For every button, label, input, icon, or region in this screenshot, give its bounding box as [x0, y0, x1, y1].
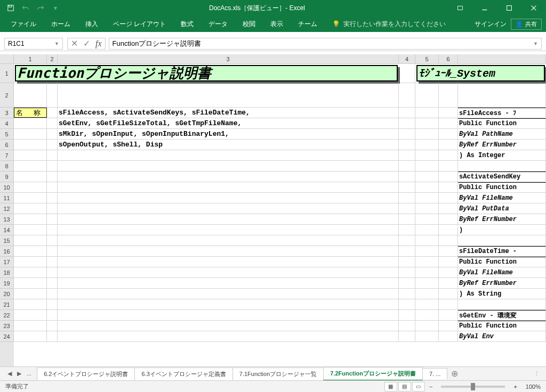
cell[interactable]: ByRef ErrNumber — [458, 214, 546, 224]
cell[interactable]: ByVal PutData — [458, 203, 546, 214]
chevron-down-icon[interactable]: ▼ — [54, 41, 59, 46]
add-sheet-icon[interactable]: ⊕ — [447, 368, 462, 380]
row-header[interactable]: 11 — [0, 193, 14, 203]
row-header[interactable]: 2 — [0, 83, 14, 108]
row-header[interactable]: 15 — [0, 235, 14, 246]
col-header[interactable]: 3 — [58, 54, 399, 63]
row-header[interactable]: 24 — [0, 331, 14, 342]
view-normal-icon[interactable]: ▦ — [384, 382, 397, 391]
col-header[interactable]: 1 — [14, 54, 47, 63]
cell[interactable]: Public Function — [458, 321, 546, 331]
maximize-icon[interactable] — [497, 0, 521, 16]
tab-review[interactable]: 校閲 — [236, 18, 262, 31]
module-title-cell[interactable]: ﾓｼﾞｭｰﾙ_System — [416, 65, 545, 81]
row-header[interactable]: 4 — [0, 118, 14, 129]
row-header[interactable]: 8 — [0, 161, 14, 172]
name-box[interactable]: R1C1 ▼ — [4, 38, 63, 50]
expand-formula-icon[interactable]: ▼ — [533, 41, 538, 46]
formula-input[interactable]: Functionプロシージャ説明書 ▼ — [109, 38, 542, 50]
signin-link[interactable]: サインイン — [475, 20, 507, 29]
row-header[interactable]: 16 — [0, 246, 14, 257]
row-header[interactable]: 7 — [0, 150, 14, 161]
row-header[interactable]: 1 — [0, 64, 14, 83]
cell[interactable]: sFileAccess, sActivateSendKeys, sFileDat… — [58, 108, 399, 118]
cell[interactable]: Public Function — [458, 182, 546, 192]
row-header[interactable]: 3 — [0, 108, 14, 118]
tab-nav-next-icon[interactable]: ▶ — [15, 369, 23, 378]
row-header[interactable]: 22 — [0, 310, 14, 321]
row-header[interactable]: 13 — [0, 214, 14, 225]
zoom-slider[interactable] — [441, 386, 505, 388]
cell[interactable]: ByVal PathName — [458, 129, 546, 139]
view-page-layout-icon[interactable]: ▤ — [398, 382, 411, 391]
cancel-formula-icon[interactable]: ✕ — [71, 38, 78, 48]
tab-view[interactable]: 表示 — [264, 18, 290, 31]
sheet-tab[interactable]: 7. ... — [422, 368, 447, 379]
tab-formulas[interactable]: 数式 — [174, 18, 200, 31]
accept-formula-icon[interactable]: ✓ — [83, 38, 90, 48]
fx-icon[interactable]: fx — [95, 39, 102, 48]
cell[interactable]: ByRef ErrNumber — [458, 278, 546, 288]
ribbon-display-icon[interactable] — [448, 0, 472, 16]
cell[interactable]: ) — [458, 225, 546, 235]
cell[interactable]: ByVal FileName — [458, 193, 546, 203]
col-header[interactable]: 6 — [439, 54, 458, 63]
sheet-tab[interactable]: 7.1Functionプロシージャ一覧 — [232, 368, 324, 380]
row-header[interactable]: 20 — [0, 289, 14, 299]
name-header-cell[interactable]: 名 称 — [14, 108, 47, 118]
tell-me-search[interactable]: 💡 実行したい作業を入力してください — [326, 18, 472, 31]
tab-nav-ellipsis[interactable]: ... — [25, 369, 34, 378]
zoom-thumb[interactable] — [471, 383, 475, 390]
main-title-cell[interactable]: Functionプロシージャ説明書 — [15, 65, 398, 81]
cell[interactable]: ByVal FileName — [458, 267, 546, 277]
cell[interactable]: sFileDateTime - — [458, 246, 546, 256]
redo-icon[interactable] — [34, 2, 47, 14]
cell[interactable]: Public Function — [458, 257, 546, 267]
row-header[interactable]: 21 — [0, 299, 14, 310]
tab-file[interactable]: ファイル — [4, 18, 43, 31]
cell[interactable]: ) As String — [458, 289, 546, 299]
sheet-tab-active[interactable]: 7.2Functionプロシージャ説明書 — [323, 367, 423, 381]
tab-insert[interactable]: 挿入 — [79, 18, 105, 31]
cell[interactable]: sGetEnv, sGetFileSizeTotal, sGetTmpFileN… — [58, 118, 399, 128]
tab-menu-icon[interactable]: ⋮ — [529, 370, 544, 377]
col-header[interactable]: 5 — [415, 54, 439, 63]
share-button[interactable]: 👤 共有 — [511, 19, 542, 30]
row-header[interactable]: 14 — [0, 225, 14, 235]
row-header[interactable]: 6 — [0, 140, 14, 150]
tab-team[interactable]: チーム — [292, 18, 324, 31]
cell[interactable]: ) As Integer — [458, 150, 546, 160]
row-header[interactable]: 12 — [0, 203, 14, 214]
zoom-level[interactable]: 100% — [521, 383, 541, 390]
sheet-tab[interactable]: 6.2イベントプロシージャ説明書 — [37, 368, 135, 380]
cell[interactable]: sMkDir, sOpenInput, sOpenInputBinaryLen1… — [58, 129, 399, 139]
spreadsheet-grid[interactable]: 1 2 3 4 5 6 1 2 3 4 5 6 7 8 9 10 11 12 1… — [0, 54, 546, 366]
cell[interactable]: ByRef ErrNumber — [458, 140, 546, 150]
sheet-tab[interactable]: 6.3イベントプロシージャ定義書 — [134, 368, 232, 380]
cell[interactable]: sGetEnv - 環境変 — [458, 310, 546, 320]
tab-page-layout[interactable]: ページ レイアウト — [107, 18, 172, 31]
view-page-break-icon[interactable]: ▭ — [412, 382, 425, 391]
row-header[interactable]: 17 — [0, 257, 14, 267]
save-icon[interactable] — [4, 2, 17, 14]
close-icon[interactable] — [521, 0, 546, 16]
select-all-corner[interactable] — [0, 54, 14, 63]
tab-data[interactable]: データ — [202, 18, 234, 31]
cell[interactable]: sActivateSendKey — [458, 172, 546, 182]
cell[interactable]: sFileAccess - ﾌ — [458, 108, 546, 118]
zoom-out-icon[interactable]: − — [426, 383, 436, 390]
cell[interactable]: ByVal Env — [458, 331, 546, 341]
undo-icon[interactable] — [19, 2, 32, 14]
row-header[interactable]: 23 — [0, 321, 14, 331]
row-header[interactable]: 5 — [0, 129, 14, 140]
row-header[interactable]: 18 — [0, 267, 14, 278]
cell[interactable] — [399, 64, 415, 83]
row-header[interactable]: 9 — [0, 172, 14, 182]
qat-dropdown-icon[interactable]: ▾ — [49, 2, 62, 14]
row-header[interactable]: 19 — [0, 278, 14, 289]
tab-nav-prev-icon[interactable]: ◀ — [5, 369, 14, 378]
row-header[interactable]: 10 — [0, 182, 14, 193]
cell[interactable]: sOpenOutput, sShell, Disp — [58, 140, 399, 150]
col-header[interactable]: 4 — [399, 54, 415, 63]
cell[interactable]: Public Function — [458, 118, 546, 128]
